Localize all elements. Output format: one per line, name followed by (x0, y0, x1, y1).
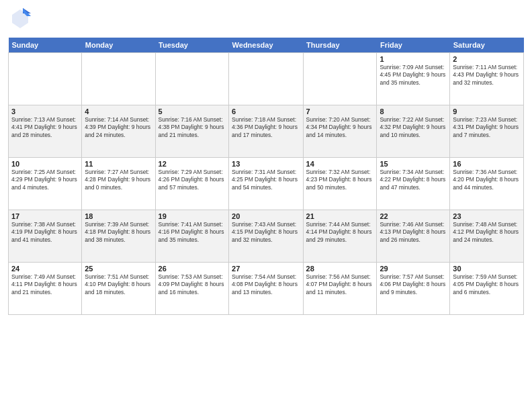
calendar-cell: 19Sunrise: 7:41 AM Sunset: 4:16 PM Dayli… (155, 210, 228, 263)
day-number: 28 (306, 265, 374, 273)
day-info: Sunrise: 7:18 AM Sunset: 4:36 PM Dayligh… (232, 116, 300, 139)
day-info: Sunrise: 7:48 AM Sunset: 4:12 PM Dayligh… (453, 221, 521, 244)
day-number: 8 (380, 107, 447, 116)
day-number: 18 (85, 212, 152, 220)
calendar-cell: 7Sunrise: 7:20 AM Sunset: 4:34 PM Daylig… (303, 105, 377, 158)
day-info: Sunrise: 7:46 AM Sunset: 4:13 PM Dayligh… (380, 221, 447, 244)
calendar-cell: 28Sunrise: 7:56 AM Sunset: 4:07 PM Dayli… (303, 263, 377, 315)
day-info: Sunrise: 7:20 AM Sunset: 4:34 PM Dayligh… (306, 116, 374, 139)
calendar-cell: 15Sunrise: 7:34 AM Sunset: 4:22 PM Dayli… (377, 158, 450, 210)
day-info: Sunrise: 7:29 AM Sunset: 4:26 PM Dayligh… (159, 169, 226, 191)
header (8, 7, 524, 34)
day-number: 1 (380, 55, 447, 63)
day-info: Sunrise: 7:49 AM Sunset: 4:11 PM Dayligh… (11, 273, 79, 296)
calendar-cell: 10Sunrise: 7:25 AM Sunset: 4:29 PM Dayli… (9, 158, 82, 210)
calendar-cell: 16Sunrise: 7:36 AM Sunset: 4:20 PM Dayli… (450, 158, 524, 210)
day-number: 16 (453, 160, 521, 168)
calendar-cell: 20Sunrise: 7:43 AM Sunset: 4:15 PM Dayli… (229, 210, 304, 263)
calendar-header-row: SundayMondayTuesdayWednesdayThursdayFrid… (9, 38, 524, 53)
day-number: 2 (453, 55, 521, 63)
day-number: 22 (380, 212, 447, 220)
calendar-cell: 3Sunrise: 7:13 AM Sunset: 4:41 PM Daylig… (9, 105, 82, 158)
day-number: 23 (453, 212, 521, 220)
day-info: Sunrise: 7:41 AM Sunset: 4:16 PM Dayligh… (159, 221, 226, 244)
day-info: Sunrise: 7:22 AM Sunset: 4:32 PM Dayligh… (380, 116, 447, 139)
col-header-thursday: Thursday (303, 38, 377, 53)
day-info: Sunrise: 7:56 AM Sunset: 4:07 PM Dayligh… (306, 273, 374, 296)
col-header-friday: Friday (377, 38, 450, 53)
calendar-cell: 24Sunrise: 7:49 AM Sunset: 4:11 PM Dayli… (9, 263, 82, 315)
calendar-cell: 25Sunrise: 7:51 AM Sunset: 4:10 PM Dayli… (82, 263, 155, 315)
calendar-cell (82, 53, 155, 105)
day-info: Sunrise: 7:31 AM Sunset: 4:25 PM Dayligh… (232, 169, 300, 191)
day-number: 27 (232, 265, 300, 273)
calendar-cell: 18Sunrise: 7:39 AM Sunset: 4:18 PM Dayli… (82, 210, 155, 263)
calendar-cell: 21Sunrise: 7:44 AM Sunset: 4:14 PM Dayli… (303, 210, 377, 263)
calendar-cell: 26Sunrise: 7:53 AM Sunset: 4:09 PM Dayli… (155, 263, 228, 315)
day-info: Sunrise: 7:54 AM Sunset: 4:08 PM Dayligh… (232, 273, 300, 296)
calendar-cell: 14Sunrise: 7:32 AM Sunset: 4:23 PM Dayli… (303, 158, 377, 210)
calendar-week-0: 1Sunrise: 7:09 AM Sunset: 4:45 PM Daylig… (9, 53, 524, 105)
day-info: Sunrise: 7:38 AM Sunset: 4:19 PM Dayligh… (11, 221, 79, 244)
calendar-cell: 17Sunrise: 7:38 AM Sunset: 4:19 PM Dayli… (9, 210, 82, 263)
col-header-wednesday: Wednesday (229, 38, 304, 53)
calendar-cell: 1Sunrise: 7:09 AM Sunset: 4:45 PM Daylig… (377, 53, 450, 105)
calendar-cell (155, 53, 228, 105)
calendar-table: SundayMondayTuesdayWednesdayThursdayFrid… (8, 38, 524, 315)
calendar-week-3: 17Sunrise: 7:38 AM Sunset: 4:19 PM Dayli… (9, 210, 524, 263)
col-header-tuesday: Tuesday (155, 38, 228, 53)
day-info: Sunrise: 7:23 AM Sunset: 4:31 PM Dayligh… (453, 116, 521, 139)
col-header-sunday: Sunday (9, 38, 82, 53)
calendar-cell: 2Sunrise: 7:11 AM Sunset: 4:43 PM Daylig… (450, 53, 524, 105)
day-info: Sunrise: 7:44 AM Sunset: 4:14 PM Dayligh… (306, 221, 374, 244)
day-info: Sunrise: 7:36 AM Sunset: 4:20 PM Dayligh… (453, 169, 521, 191)
calendar-week-4: 24Sunrise: 7:49 AM Sunset: 4:11 PM Dayli… (9, 263, 524, 315)
calendar-cell: 23Sunrise: 7:48 AM Sunset: 4:12 PM Dayli… (450, 210, 524, 263)
calendar-cell (229, 53, 304, 105)
day-info: Sunrise: 7:39 AM Sunset: 4:18 PM Dayligh… (85, 221, 152, 244)
day-number: 13 (232, 160, 300, 168)
logo-icon (8, 7, 32, 31)
day-number: 17 (11, 212, 79, 220)
calendar-cell: 8Sunrise: 7:22 AM Sunset: 4:32 PM Daylig… (377, 105, 450, 158)
day-number: 4 (85, 107, 152, 116)
calendar-cell: 22Sunrise: 7:46 AM Sunset: 4:13 PM Dayli… (377, 210, 450, 263)
page-container: SundayMondayTuesdayWednesdayThursdayFrid… (0, 0, 532, 322)
calendar-cell: 9Sunrise: 7:23 AM Sunset: 4:31 PM Daylig… (450, 105, 524, 158)
day-number: 12 (159, 160, 226, 168)
day-number: 11 (85, 160, 152, 168)
day-info: Sunrise: 7:25 AM Sunset: 4:29 PM Dayligh… (11, 169, 79, 191)
calendar-week-2: 10Sunrise: 7:25 AM Sunset: 4:29 PM Dayli… (9, 158, 524, 210)
day-number: 10 (11, 160, 79, 168)
day-info: Sunrise: 7:34 AM Sunset: 4:22 PM Dayligh… (380, 169, 447, 191)
col-header-monday: Monday (82, 38, 155, 53)
day-info: Sunrise: 7:43 AM Sunset: 4:15 PM Dayligh… (232, 221, 300, 244)
day-number: 5 (159, 107, 226, 116)
calendar-cell: 29Sunrise: 7:57 AM Sunset: 4:06 PM Dayli… (377, 263, 450, 315)
calendar-cell: 6Sunrise: 7:18 AM Sunset: 4:36 PM Daylig… (229, 105, 304, 158)
day-number: 21 (306, 212, 374, 220)
col-header-saturday: Saturday (450, 38, 524, 53)
day-number: 26 (159, 265, 226, 273)
day-number: 6 (232, 107, 300, 116)
day-number: 29 (380, 265, 447, 273)
day-number: 15 (380, 160, 447, 168)
day-info: Sunrise: 7:57 AM Sunset: 4:06 PM Dayligh… (380, 273, 447, 296)
day-info: Sunrise: 7:13 AM Sunset: 4:41 PM Dayligh… (11, 116, 79, 139)
calendar-cell: 30Sunrise: 7:59 AM Sunset: 4:05 PM Dayli… (450, 263, 524, 315)
calendar-cell: 27Sunrise: 7:54 AM Sunset: 4:08 PM Dayli… (229, 263, 304, 315)
logo (8, 7, 32, 34)
day-info: Sunrise: 7:14 AM Sunset: 4:39 PM Dayligh… (85, 116, 152, 139)
day-number: 19 (159, 212, 226, 220)
calendar-cell: 12Sunrise: 7:29 AM Sunset: 4:26 PM Dayli… (155, 158, 228, 210)
day-number: 24 (11, 265, 79, 273)
day-number: 3 (11, 107, 79, 116)
calendar-cell: 4Sunrise: 7:14 AM Sunset: 4:39 PM Daylig… (82, 105, 155, 158)
day-info: Sunrise: 7:27 AM Sunset: 4:28 PM Dayligh… (85, 169, 152, 191)
day-info: Sunrise: 7:11 AM Sunset: 4:43 PM Dayligh… (453, 64, 521, 87)
day-number: 9 (453, 107, 521, 116)
day-number: 14 (306, 160, 374, 168)
calendar-cell: 11Sunrise: 7:27 AM Sunset: 4:28 PM Dayli… (82, 158, 155, 210)
day-info: Sunrise: 7:32 AM Sunset: 4:23 PM Dayligh… (306, 169, 374, 191)
day-number: 7 (306, 107, 374, 116)
